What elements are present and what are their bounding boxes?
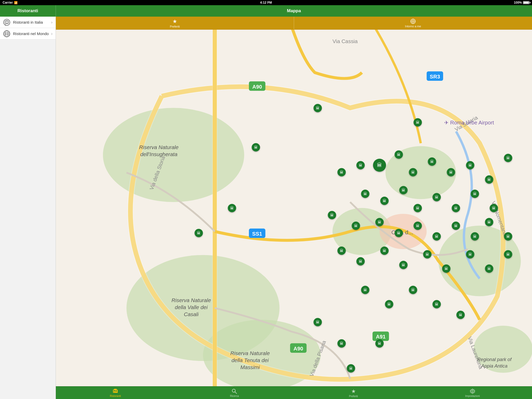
app-container: Ristoranti Mappa Ristoranti in Italia › [0, 5, 266, 200]
header-left-title: Ristoranti [0, 5, 56, 17]
svg-text:dell'Insugherata: dell'Insugherata [140, 151, 177, 157]
sidebar-empty [0, 39, 56, 200]
sidebar: Ristoranti in Italia › Ristoranti nel Mo… [0, 17, 56, 200]
sidebar-item-italia[interactable]: Ristoranti in Italia › [0, 17, 56, 28]
svg-text:A90: A90 [252, 84, 262, 90]
map-pin[interactable]: 🏛 [252, 143, 260, 151]
status-left: Carrier 📶 [3, 1, 18, 4]
header: Ristoranti Mappa [0, 5, 266, 17]
sidebar-label-mondo: Ristoranti nel Mondo [13, 31, 51, 36]
status-bar: Carrier 📶 4:12 PM 100% [0, 0, 266, 5]
tab-preferiti[interactable]: ★ Preferiti [56, 17, 266, 29]
content-area: Ristoranti in Italia › Ristoranti nel Mo… [0, 17, 266, 200]
sidebar-item-mondo[interactable]: Ristoranti nel Mondo › [0, 28, 56, 39]
chevron-icon-italia: › [51, 20, 52, 25]
sidebar-label-italia: Ristoranti in Italia [13, 20, 51, 24]
restaurant-world-icon [3, 30, 10, 37]
restaurant-italy-icon [3, 19, 10, 26]
map-view[interactable]: Via della Storia Via della Pisana Via Ca… [56, 30, 266, 200]
tab-preferiti-label: Preferiti [170, 25, 180, 28]
map-area: ★ Preferiti Intorno a me [56, 17, 266, 200]
star-icon: ★ [172, 18, 177, 24]
svg-text:Riserva Naturale: Riserva Naturale [139, 144, 179, 150]
map-tabs: ★ Preferiti Intorno a me [56, 17, 266, 30]
status-time: 4:12 PM [260, 1, 266, 4]
header-right-title: Mappa [56, 5, 266, 17]
map-svg: Via della Storia Via della Pisana Via Ca… [56, 30, 266, 200]
carrier-label: Carrier [3, 1, 13, 4]
chevron-icon-mondo: › [51, 31, 52, 36]
wifi-icon: 📶 [14, 1, 18, 4]
